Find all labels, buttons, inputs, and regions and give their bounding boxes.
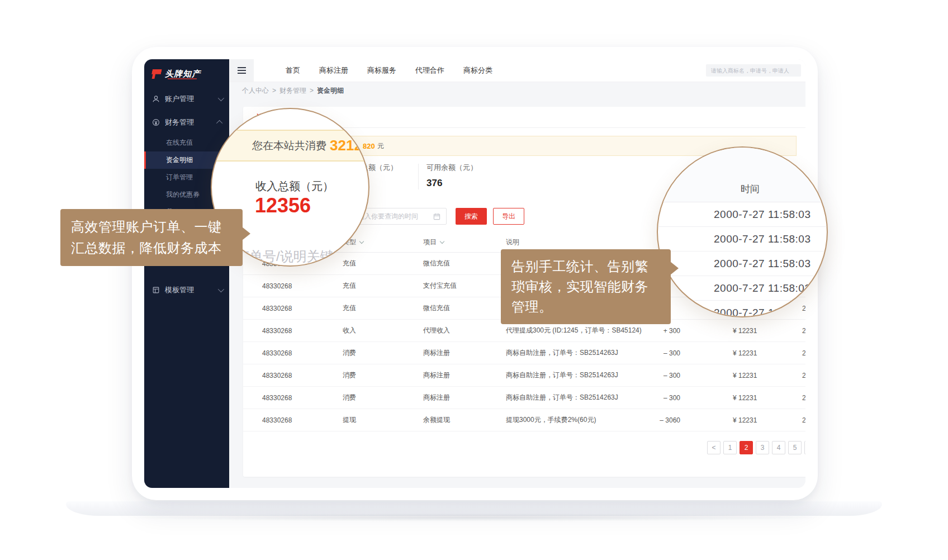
pagination: < 1 2 3 4 5 bbox=[707, 441, 805, 454]
nav-tab-home[interactable]: 首页 bbox=[276, 59, 310, 82]
user-icon bbox=[152, 95, 160, 103]
cell-desc: 商标自助注册，订单号：SB2514263J bbox=[506, 342, 618, 364]
nav-tabs: 首页 商标注册 商标服务 代理合作 商标分类 bbox=[276, 59, 502, 82]
brand-name: 头牌知产 bbox=[165, 69, 201, 79]
brand-tagline-decoration bbox=[168, 78, 197, 79]
sidebar-item-account[interactable]: 账户管理 bbox=[144, 87, 229, 111]
stat-label: 可用余额（元） bbox=[426, 163, 477, 173]
breadcrumb-item[interactable]: 财务管理 bbox=[279, 86, 306, 96]
cell-time: 2000-7-27 11:58:03 bbox=[802, 364, 805, 386]
cell-type: 消费 bbox=[343, 387, 356, 409]
table-row[interactable]: 48330268 消费 商标注册 商标自助注册，订单号：SB2514263J –… bbox=[243, 364, 805, 387]
magnified-consumption-banner: 您在本站共消费 32124 大 bbox=[211, 130, 369, 162]
cell-balance: ¥ 12231 bbox=[733, 409, 757, 431]
stat-balance: 可用余额（元） 376 bbox=[426, 163, 477, 189]
cell-type: 收入 bbox=[343, 320, 356, 341]
magnified-time-cell: 2000-7-27 11:58:03 bbox=[658, 227, 827, 251]
chevron-down-icon bbox=[218, 286, 224, 292]
next-page-button-clipped[interactable] bbox=[804, 441, 805, 454]
cell-time: 2000-7-27 11:58:03 bbox=[802, 409, 805, 431]
cell-amount: – 3060 bbox=[633, 409, 680, 431]
cell-order: 48330268 bbox=[262, 297, 292, 319]
cell-desc: 商标自助注册，订单号：SB2514263J bbox=[506, 387, 618, 409]
cell-type: 充值 bbox=[343, 297, 356, 319]
callout-left: 高效管理账户订单、一键汇总数据，降低财务成本 bbox=[60, 209, 243, 266]
sidebar-item-template[interactable]: 模板管理 bbox=[144, 278, 229, 302]
sidebar-item-label: 财务管理 bbox=[165, 117, 194, 127]
menu-icon[interactable] bbox=[229, 59, 254, 82]
page-button-4[interactable]: 4 bbox=[772, 441, 785, 454]
page: 头牌知产 账户管理 财务管理 在线充值 资金明细 bbox=[0, 0, 948, 560]
cell-type: 充值 bbox=[343, 253, 356, 274]
cell-order: 48330268 bbox=[262, 364, 292, 386]
col-header-project[interactable]: 项目 bbox=[423, 232, 444, 252]
cell-project: 商标注册 bbox=[423, 364, 450, 386]
sidebar-item-finance[interactable]: 财务管理 bbox=[144, 111, 229, 134]
sidebar-subitem-label: 订单管理 bbox=[166, 173, 193, 181]
cell-project: 余额提现 bbox=[423, 409, 450, 431]
cell-time: 2000-7-27 11:58:03 bbox=[802, 297, 805, 319]
caret-down-icon bbox=[440, 239, 444, 244]
cell-order: 48330268 bbox=[262, 387, 292, 409]
magnified-time-cell: 2000-7-27 11:58:03 bbox=[658, 251, 827, 276]
nav-tab-agent-cooperation[interactable]: 代理合作 bbox=[406, 59, 454, 82]
consumption-amount: 820 bbox=[363, 142, 375, 150]
breadcrumb: 个人中心 > 财务管理 > 资金明细 bbox=[229, 82, 805, 99]
cell-type: 消费 bbox=[343, 342, 356, 364]
sidebar: 头牌知产 账户管理 财务管理 在线充值 资金明细 bbox=[144, 59, 229, 488]
table-row[interactable]: 48330268 消费 商标注册 商标自助注册，订单号：SB2514263J –… bbox=[243, 342, 805, 364]
nav-tab-trademark-service[interactable]: 商标服务 bbox=[358, 59, 406, 82]
cell-project: 支付宝充值 bbox=[423, 275, 457, 297]
magnified-time-cell: 2000-7-27 11:58:03 bbox=[658, 202, 827, 227]
cell-amount: – 300 bbox=[633, 387, 680, 409]
cell-order: 48330268 bbox=[262, 342, 292, 364]
cell-time: 2000-7-27 11:58:03 bbox=[802, 320, 805, 341]
cell-desc: 商标自助注册，订单号：SB2514263J bbox=[506, 364, 618, 386]
brand-logo[interactable]: 头牌知产 bbox=[144, 59, 229, 85]
breadcrumb-separator: > bbox=[310, 87, 314, 94]
search-input[interactable] bbox=[706, 64, 801, 77]
page-button-3[interactable]: 3 bbox=[756, 441, 769, 454]
table-row[interactable]: 48330268 消费 商标注册 商标自助注册，订单号：SB2514263J –… bbox=[243, 387, 805, 409]
cell-desc: 提现3000元，手续费2%(60元) bbox=[506, 409, 596, 431]
sidebar-item-online-recharge[interactable]: 在线充值 bbox=[144, 134, 229, 151]
cell-project: 商标注册 bbox=[423, 387, 450, 409]
sidebar-item-label: 账户管理 bbox=[165, 94, 194, 104]
breadcrumb-item[interactable]: 个人中心 bbox=[242, 86, 269, 96]
cell-balance: ¥ 12231 bbox=[733, 342, 757, 364]
cell-order: 48330268 bbox=[262, 275, 292, 297]
breadcrumb-separator: > bbox=[272, 87, 276, 94]
search-button[interactable]: 搜索 bbox=[456, 208, 487, 225]
table-row[interactable]: 48330268 提现 余额提现 提现3000元，手续费2%(60元) – 30… bbox=[243, 409, 805, 431]
stat-divider bbox=[418, 164, 419, 189]
magnified-banner-prefix: 您在本站共消费 bbox=[252, 139, 326, 153]
export-button[interactable]: 导出 bbox=[493, 208, 524, 225]
cell-type: 提现 bbox=[343, 409, 356, 431]
sidebar-subitem-label: 资金明细 bbox=[166, 156, 193, 164]
sidebar-subitem-label: 我的优惠券 bbox=[166, 191, 200, 198]
magnified-stat-label: 收入总额（元） bbox=[255, 179, 334, 194]
prev-page-button[interactable]: < bbox=[707, 441, 721, 454]
chevron-up-icon bbox=[216, 120, 222, 126]
sidebar-subitem-label: 在线充值 bbox=[166, 139, 193, 146]
cell-amount: – 300 bbox=[633, 364, 680, 386]
cell-balance: ¥ 12231 bbox=[733, 320, 757, 341]
cell-type: 消费 bbox=[343, 364, 356, 386]
template-icon bbox=[152, 286, 160, 294]
page-button-2[interactable]: 2 bbox=[740, 441, 753, 454]
caret-down-icon bbox=[359, 239, 364, 244]
cell-project: 商标注册 bbox=[423, 342, 450, 364]
nav-tab-trademark-register[interactable]: 商标注册 bbox=[310, 59, 358, 82]
page-button-5[interactable]: 5 bbox=[788, 441, 802, 454]
brand-logo-icon bbox=[150, 69, 162, 79]
cell-type: 充值 bbox=[343, 275, 356, 297]
cell-balance: ¥ 12231 bbox=[733, 364, 757, 386]
cell-balance: ¥ 12231 bbox=[733, 387, 757, 409]
cell-project: 代理收入 bbox=[423, 320, 450, 341]
magnifier-right: 时间 2000-7-27 11:58:03 2000-7-27 11:58:03… bbox=[657, 146, 828, 317]
nav-tab-trademark-category[interactable]: 商标分类 bbox=[454, 59, 502, 82]
cell-time: 2000-7-27 11:58:03 bbox=[802, 387, 805, 409]
cell-time: 2000-7-27 11:58:03 bbox=[802, 342, 805, 364]
page-button-1[interactable]: 1 bbox=[723, 441, 737, 454]
chevron-down-icon bbox=[218, 95, 224, 101]
